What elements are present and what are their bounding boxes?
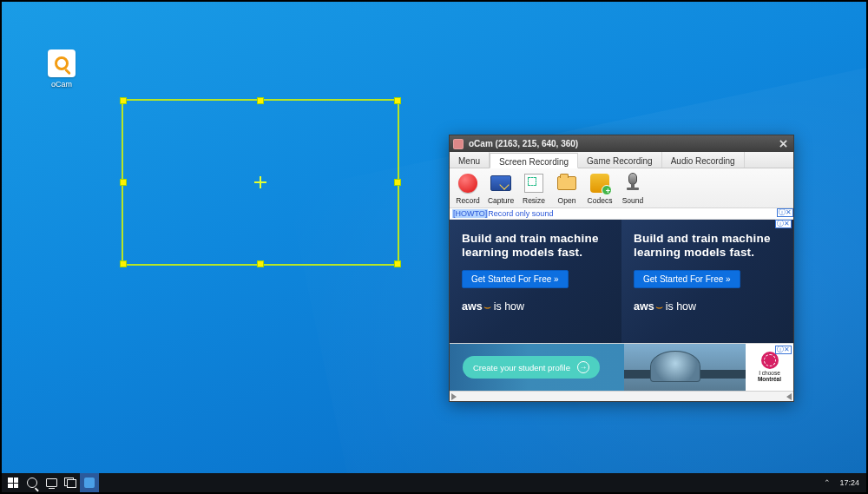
desktop-shortcut-ocam[interactable]: oCam xyxy=(39,49,84,89)
capture-region-selection[interactable] xyxy=(122,99,399,266)
chevron-up-icon[interactable]: ⌃ xyxy=(824,478,831,487)
ad-close-marker[interactable]: ⓘ✕ xyxy=(775,220,792,228)
explorer-button[interactable] xyxy=(61,473,80,492)
task-view-button[interactable] xyxy=(42,473,61,492)
target-icon xyxy=(761,352,779,369)
start-button[interactable] xyxy=(3,473,23,492)
codecs-icon xyxy=(588,171,612,195)
tab-menu[interactable]: Menu xyxy=(450,152,490,168)
resize-handle-mr[interactable] xyxy=(394,179,401,186)
task-view-icon xyxy=(46,478,57,487)
howto-text: Record only sound xyxy=(488,209,553,218)
ad-cta-button[interactable]: Get Started For Free » xyxy=(634,270,740,288)
resize-handle-tr[interactable] xyxy=(394,97,401,104)
close-button[interactable] xyxy=(776,138,790,150)
howto-tag: [HOWTO] xyxy=(452,209,488,218)
open-label: Open xyxy=(550,196,583,205)
explorer-icon xyxy=(64,478,76,488)
resize-handle-bc[interactable] xyxy=(257,260,264,267)
record-button[interactable]: Record xyxy=(451,170,484,206)
resize-button[interactable]: Resize xyxy=(517,170,550,206)
resize-label: Resize xyxy=(517,196,550,205)
resize-icon xyxy=(522,171,546,195)
titlebar[interactable]: oCam (2163, 215, 640, 360) xyxy=(450,135,793,152)
record-icon xyxy=(456,171,480,195)
crosshair-icon[interactable] xyxy=(254,176,266,188)
taskbar-app-ocam[interactable] xyxy=(80,473,99,492)
arrow-right-icon: → xyxy=(577,361,589,373)
ad-banner-montreal[interactable]: Create your student profile → I chooseMo… xyxy=(450,343,793,391)
ocam-window: oCam (2163, 215, 640, 360) Menu Screen R… xyxy=(449,135,794,402)
ocam-icon xyxy=(48,49,76,77)
scroll-right-icon[interactable] xyxy=(786,393,792,400)
desktop[interactable]: oCam oCam (2163, 215, 640, 360) Menu Scr… xyxy=(2,2,866,492)
codecs-button[interactable]: Codecs xyxy=(583,170,616,206)
resize-handle-ml[interactable] xyxy=(120,179,127,186)
resize-handle-bl[interactable] xyxy=(120,260,127,267)
ad-aws-right[interactable]: Build and train machine learning models … xyxy=(621,220,793,343)
desktop-shortcut-label: oCam xyxy=(39,80,84,89)
banner-left: Create your student profile → xyxy=(450,344,624,391)
tab-game-recording[interactable]: Game Recording xyxy=(578,152,662,168)
scroll-left-icon[interactable] xyxy=(451,393,457,400)
sound-label: Sound xyxy=(616,196,649,205)
howto-link[interactable]: [HOWTO] Record only sound ⓘ✕ xyxy=(450,208,793,220)
codecs-label: Codecs xyxy=(583,196,616,205)
ad-aws-left[interactable]: Build and train machine learning models … xyxy=(450,220,621,343)
folder-icon xyxy=(555,171,579,195)
record-label: Record xyxy=(451,196,484,205)
banner-cta-button[interactable]: Create your student profile → xyxy=(463,356,600,379)
ad-close-marker[interactable]: ⓘ✕ xyxy=(777,208,793,217)
capture-label: Capture xyxy=(484,196,517,205)
resize-handle-tc[interactable] xyxy=(257,97,264,104)
close-icon xyxy=(779,140,787,148)
search-icon xyxy=(27,478,37,488)
app-icon xyxy=(453,139,464,149)
status-bar xyxy=(450,391,793,401)
resize-handle-br[interactable] xyxy=(394,260,401,267)
windows-icon xyxy=(8,478,18,488)
window-title: oCam (2163, 215, 640, 360) xyxy=(469,139,776,148)
taskbar-clock[interactable]: 17:24 xyxy=(834,478,865,487)
search-button[interactable] xyxy=(23,473,42,492)
toolbar: Record Capture Resize Open Codecs Sound xyxy=(450,168,793,208)
open-button[interactable]: Open xyxy=(550,170,583,206)
sound-button[interactable]: Sound xyxy=(616,170,649,206)
ad-headline: Build and train machine learning models … xyxy=(462,232,609,260)
banner-image xyxy=(624,344,746,391)
tab-bar: Menu Screen Recording Game Recording Aud… xyxy=(450,152,793,168)
resize-handle-tl[interactable] xyxy=(120,97,127,104)
microphone-icon xyxy=(621,171,645,195)
capture-button[interactable]: Capture xyxy=(484,170,517,206)
ad-brand: aws⌣ is how xyxy=(634,300,781,313)
system-tray[interactable]: ⌃ xyxy=(820,478,834,487)
tab-screen-recording[interactable]: Screen Recording xyxy=(490,153,578,168)
ad-brand: aws⌣ is how xyxy=(462,300,609,313)
ad-close-marker[interactable]: ⓘ✕ xyxy=(775,346,792,354)
banner-cta-label: Create your student profile xyxy=(473,363,570,372)
tab-audio-recording[interactable]: Audio Recording xyxy=(662,152,745,168)
taskbar: ⌃ 17:24 xyxy=(2,473,866,492)
capture-icon xyxy=(489,171,513,195)
ad-cta-button[interactable]: Get Started For Free » xyxy=(462,270,569,288)
ad-region-aws: Build and train machine learning models … xyxy=(450,220,793,343)
ocam-taskbar-icon xyxy=(84,478,95,488)
ad-headline: Build and train machine learning models … xyxy=(634,232,781,260)
